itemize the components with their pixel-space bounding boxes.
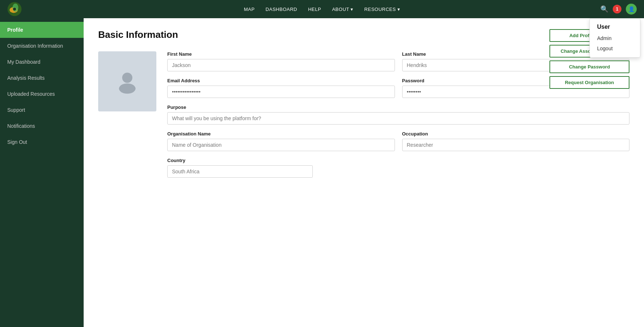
org-name-label: Organisation Name <box>167 131 395 137</box>
sidebar-item-uploaded-resources[interactable]: Uploaded Resources <box>0 86 84 102</box>
user-dropdown: User Admin Logout <box>589 18 640 58</box>
user-avatar-button[interactable]: 👤 <box>626 4 637 15</box>
svg-point-4 <box>122 72 132 83</box>
nav-dashboard[interactable]: DASHBOARD <box>265 7 297 12</box>
first-name-input[interactable] <box>167 59 395 71</box>
svg-point-2 <box>12 4 18 12</box>
main-content: Basic Information First Name <box>84 18 644 327</box>
notification-badge[interactable]: 1 <box>613 5 621 13</box>
country-label: Country <box>167 158 313 163</box>
occupation-group: Occupation <box>402 131 630 151</box>
svg-point-3 <box>13 8 16 11</box>
first-name-label: First Name <box>167 51 395 57</box>
sidebar-item-profile[interactable]: Profile <box>0 22 84 38</box>
org-name-input[interactable] <box>167 139 395 151</box>
page-layout: Profile Organisation Information My Dash… <box>0 18 644 327</box>
change-password-button[interactable]: Change Password <box>549 60 629 73</box>
occupation-label: Occupation <box>402 131 630 137</box>
nav-resources[interactable]: RESOURCES ▾ <box>364 7 400 12</box>
nav-about[interactable]: ABOUT ▾ <box>332 7 353 12</box>
sidebar-item-sign-out[interactable]: Sign Out <box>0 134 84 150</box>
svg-point-5 <box>119 83 136 94</box>
org-row: Organisation Name Occupation <box>167 131 629 151</box>
avatar-placeholder <box>98 51 156 111</box>
nav-help[interactable]: HELP <box>308 7 321 12</box>
search-icon[interactable]: 🔍 <box>600 5 608 13</box>
org-name-group: Organisation Name <box>167 131 395 151</box>
nav-links: MAP DASHBOARD HELP ABOUT ▾ RESOURCES ▾ <box>244 7 400 12</box>
purpose-label: Purpose <box>167 105 629 110</box>
avatar-icon <box>115 69 140 94</box>
email-input[interactable] <box>167 86 395 98</box>
email-label: Email Address <box>167 78 395 83</box>
nav-map[interactable]: MAP <box>244 7 255 12</box>
country-group: Country <box>167 158 313 178</box>
occupation-input[interactable] <box>402 139 630 151</box>
nav-right-area: 🔍 1 👤 <box>600 4 637 15</box>
dropdown-user-title: User <box>590 22 640 33</box>
top-navigation: MAP DASHBOARD HELP ABOUT ▾ RESOURCES ▾ 🔍… <box>0 0 644 18</box>
sidebar-item-notifications[interactable]: Notifications <box>0 118 84 134</box>
country-input[interactable] <box>167 165 313 178</box>
sidebar: Profile Organisation Information My Dash… <box>0 18 84 327</box>
purpose-group: Purpose <box>167 105 629 125</box>
country-row: Country <box>167 158 629 178</box>
email-group: Email Address <box>167 78 395 98</box>
sidebar-item-analysis-results[interactable]: Analysis Results <box>0 70 84 86</box>
logo-area <box>7 2 22 16</box>
sidebar-item-organisation-information[interactable]: Organisation Information <box>0 38 84 54</box>
purpose-input[interactable] <box>167 112 629 125</box>
request-organisation-button[interactable]: Request Organisation <box>549 76 629 89</box>
first-name-group: First Name <box>167 51 395 71</box>
logo-icon <box>7 2 22 16</box>
sidebar-item-my-dashboard[interactable]: My Dashboard <box>0 54 84 70</box>
sidebar-item-support[interactable]: Support <box>0 102 84 118</box>
dropdown-item-logout[interactable]: Logout <box>590 43 640 54</box>
dropdown-item-admin[interactable]: Admin <box>590 33 640 43</box>
